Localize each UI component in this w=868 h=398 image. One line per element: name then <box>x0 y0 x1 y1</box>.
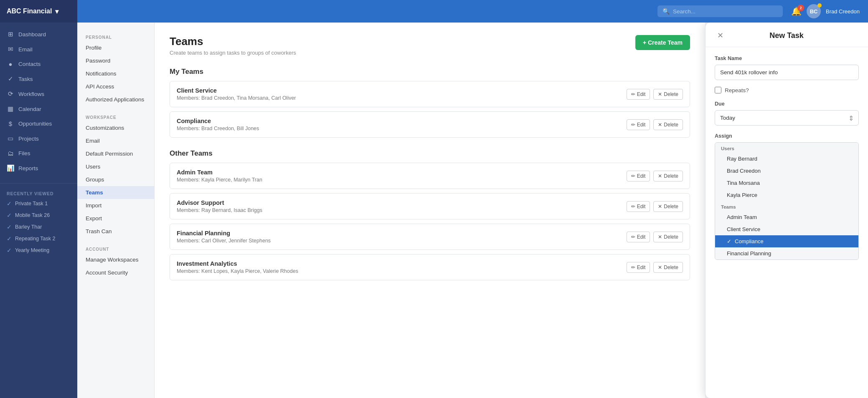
team-actions: ✏ Edit ✕ Delete <box>627 89 683 100</box>
notifications-button[interactable]: 🔔 2 <box>791 6 802 16</box>
assign-user-kayla-pierce[interactable]: Kayla Pierce <box>715 189 858 201</box>
settings-item-default-permission[interactable]: Default Permission <box>77 147 154 160</box>
my-teams-label: My Teams <box>170 68 690 76</box>
sidebar-item-email[interactable]: ✉ Email <box>0 42 77 57</box>
assign-team-financial-planning[interactable]: Financial Planning <box>715 247 858 259</box>
close-panel-button[interactable]: ✕ <box>715 30 726 41</box>
settings-item-password[interactable]: Password <box>77 54 154 67</box>
delete-team-button[interactable]: ✕ Delete <box>653 171 683 181</box>
files-icon: 🗂 <box>7 150 14 157</box>
delete-team-button[interactable]: ✕ Delete <box>653 232 683 242</box>
task-name-input[interactable] <box>715 65 859 80</box>
team-card-advisor-support: Advisor Support Members: Ray Bernard, Is… <box>170 193 690 219</box>
settings-item-teams[interactable]: Teams <box>77 186 154 199</box>
user-menu[interactable]: BC <box>807 4 821 18</box>
delete-team-button[interactable]: ✕ Delete <box>653 201 683 212</box>
edit-team-button[interactable]: ✏ Edit <box>627 119 650 130</box>
team-members: Members: Brad Creedon, Bill Jones <box>177 126 259 131</box>
assign-user-ray-bernard[interactable]: Ray Bernard <box>715 153 858 165</box>
team-actions: ✏ Edit ✕ Delete <box>627 171 683 181</box>
workflows-icon: ⟳ <box>7 90 14 98</box>
create-team-button[interactable]: + Create Team <box>635 35 690 50</box>
other-teams-label: Other Teams <box>170 149 690 158</box>
sidebar-item-opportunities[interactable]: $ Opportunities <box>0 116 77 131</box>
settings-item-manage-workspaces[interactable]: Manage Workspaces <box>77 253 154 266</box>
sidebar-item-label: Calendar <box>18 106 41 112</box>
recent-item-3[interactable]: ✓ Repeating Task 2 <box>0 233 77 244</box>
edit-team-button[interactable]: ✏ Edit <box>627 89 650 100</box>
delete-team-button[interactable]: ✕ Delete <box>653 119 683 130</box>
team-members: Members: Ray Bernard, Isaac Briggs <box>177 207 262 213</box>
team-card-compliance: Compliance Members: Brad Creedon, Bill J… <box>170 111 690 138</box>
content-header: Teams Create teams to assign tasks to gr… <box>170 35 690 56</box>
repeats-checkbox[interactable] <box>715 87 721 93</box>
assign-user-tina-morsana[interactable]: Tina Morsana <box>715 177 858 189</box>
search-icon: 🔍 <box>662 8 670 15</box>
recent-item-label: Mobile Task 26 <box>15 212 50 218</box>
settings-sidebar: Personal Profile Password Notifications … <box>77 23 155 398</box>
sidebar-item-reports[interactable]: 📊 Reports <box>0 161 77 176</box>
recent-item-4[interactable]: ✓ Yearly Meeting <box>0 244 77 256</box>
team-name: Financial Planning <box>177 230 271 237</box>
edit-team-button[interactable]: ✏ Edit <box>627 201 650 212</box>
status-dot <box>817 3 822 8</box>
settings-item-groups[interactable]: Groups <box>77 173 154 186</box>
sidebar-item-label: Opportunities <box>18 121 52 127</box>
repeats-label: Repeats? <box>725 87 749 93</box>
edit-team-button[interactable]: ✏ Edit <box>627 171 650 181</box>
sidebar-item-label: Reports <box>18 165 38 171</box>
sidebar-item-label: Files <box>18 150 30 156</box>
sidebar-item-calendar[interactable]: ▦ Calendar <box>0 101 77 116</box>
sidebar-item-label: Tasks <box>18 76 33 82</box>
settings-item-email[interactable]: Email <box>77 134 154 147</box>
main-content: Teams Create teams to assign tasks to gr… <box>155 23 705 398</box>
selected-checkmark: ✓ <box>727 238 731 244</box>
settings-item-api-access[interactable]: API Access <box>77 80 154 93</box>
settings-item-users[interactable]: Users <box>77 160 154 173</box>
nav-items: ⊞ Dashboard ✉ Email ● Contacts ✓ Tasks ⟳… <box>0 23 77 180</box>
settings-item-notifications[interactable]: Notifications <box>77 67 154 80</box>
search-box[interactable]: 🔍 <box>657 5 783 17</box>
opportunities-icon: $ <box>7 120 14 127</box>
edit-team-button[interactable]: ✏ Edit <box>627 262 650 273</box>
settings-item-authorized-apps[interactable]: Authorized Applications <box>77 93 154 106</box>
settings-item-customizations[interactable]: Customizations <box>77 121 154 134</box>
settings-item-account-security[interactable]: Account Security <box>77 266 154 279</box>
users-group-label: Users <box>715 143 858 153</box>
recent-item-1[interactable]: ✓ Mobile Task 26 <box>0 209 77 221</box>
sidebar-item-contacts[interactable]: ● Contacts <box>0 57 77 71</box>
team-actions: ✏ Edit ✕ Delete <box>627 119 683 130</box>
app-chevron: ▾ <box>55 8 58 15</box>
app-logo[interactable]: ABC Financial ▾ <box>0 0 77 23</box>
delete-team-button[interactable]: ✕ Delete <box>653 262 683 273</box>
edit-team-button[interactable]: ✏ Edit <box>627 232 650 242</box>
search-input[interactable] <box>673 8 778 15</box>
page-subtitle: Create teams to assign tasks to groups o… <box>170 50 296 56</box>
sidebar-item-files[interactable]: 🗂 Files <box>0 146 77 161</box>
recent-dot: ✓ <box>7 200 12 207</box>
due-label: Due <box>715 101 859 107</box>
due-select[interactable]: Today <box>715 110 859 126</box>
assign-team-client-service[interactable]: Client Service <box>715 223 858 235</box>
sidebar-item-tasks[interactable]: ✓ Tasks <box>0 71 77 86</box>
team-info: Client Service Members: Brad Creedon, Ti… <box>177 87 296 101</box>
team-name: Advisor Support <box>177 199 262 206</box>
recent-dot: ✓ <box>7 224 12 230</box>
main-wrapper: Personal Profile Password Notifications … <box>77 23 868 398</box>
settings-item-profile[interactable]: Profile <box>77 41 154 54</box>
settings-item-trash-can[interactable]: Trash Can <box>77 225 154 238</box>
sidebar-item-dashboard[interactable]: ⊞ Dashboard <box>0 27 77 42</box>
recent-dot: ✓ <box>7 235 12 242</box>
recent-item-0[interactable]: ✓ Private Task 1 <box>0 198 77 209</box>
assign-team-admin-team[interactable]: Admin Team <box>715 211 858 223</box>
assign-user-brad-creedon[interactable]: Brad Creedon <box>715 165 858 177</box>
team-card-financial-planning: Financial Planning Members: Carl Oliver,… <box>170 224 690 250</box>
sidebar-item-workflows[interactable]: ⟳ Workflows <box>0 86 77 101</box>
settings-item-export[interactable]: Export <box>77 212 154 225</box>
recent-item-2[interactable]: ✓ Barley Thar <box>0 221 77 233</box>
assign-team-compliance[interactable]: ✓ Compliance <box>715 235 858 247</box>
settings-item-import[interactable]: Import <box>77 199 154 212</box>
delete-team-button[interactable]: ✕ Delete <box>653 89 683 100</box>
main-sidebar: ABC Financial ▾ ⊞ Dashboard ✉ Email ● Co… <box>0 0 77 398</box>
sidebar-item-projects[interactable]: ▭ Projects <box>0 131 77 146</box>
